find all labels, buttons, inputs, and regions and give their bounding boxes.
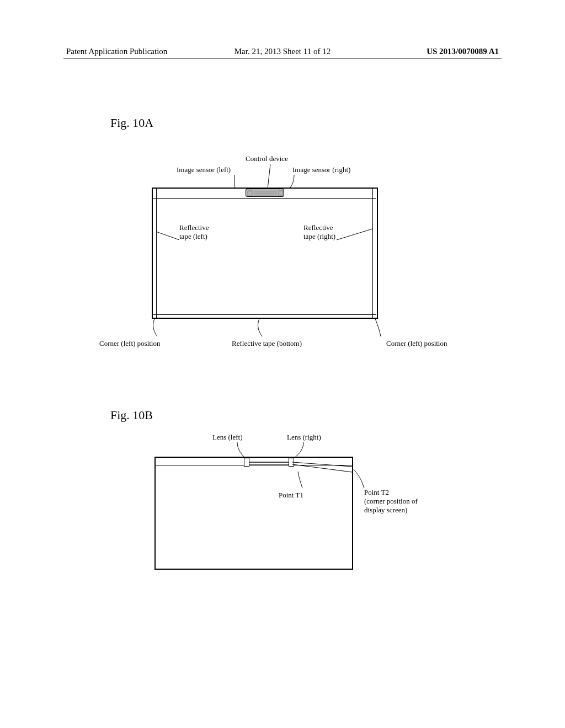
publication-type: Patent Application Publication [66,47,167,56]
bottom-inner-line-a [153,314,376,315]
reflective-tape-left-label: Reflective tape (left) [179,223,209,241]
point-t1-label: Point T1 [279,491,303,500]
header-divider [63,58,502,58]
image-sensor-left-label: Image sensor (left) [177,165,231,174]
image-sensor-right-label: Image sensor (right) [292,165,350,174]
lens-right-label: Lens (right) [287,433,321,442]
control-device-box [246,189,284,197]
page-header: Patent Application Publication Mar. 21, … [0,47,565,56]
lens-left-box [244,458,249,467]
top-inner-line-a [153,198,376,199]
display-rectangle-a [152,188,378,319]
lens-right-box [289,458,294,467]
figure-10a-label: Fig. 10A [110,116,153,130]
control-device-label: Control device [246,154,288,163]
reflective-tape-bottom-label: Reflective tape (bottom) [232,339,302,348]
svg-rect-1 [279,191,283,196]
lens-left-label: Lens (left) [212,433,243,442]
leader-lines-bottom [83,317,469,342]
diagram-10a: Control device Image sensor (left) Image… [83,154,469,375]
right-inner-line-a [372,189,373,318]
left-inner-line-a [156,189,157,318]
svg-rect-0 [248,191,252,196]
display-rectangle-b [154,457,353,570]
reflective-tape-right-label: Reflective tape (right) [303,223,335,241]
corner-right-position-label: Corner (left) position [386,339,447,348]
point-t2-label: Point T2 (corner position of display scr… [364,488,418,515]
figure-10b-label: Fig. 10B [110,408,153,422]
corner-left-position-label: Corner (left) position [99,339,160,348]
publication-number: US 2013/0070089 A1 [427,47,499,56]
date-sheet: Mar. 21, 2013 Sheet 11 of 12 [234,47,331,56]
diagram-10b: Lens (left) Lens (right) Point T1 Point … [83,430,469,623]
top-inner-line-b [156,465,352,465]
